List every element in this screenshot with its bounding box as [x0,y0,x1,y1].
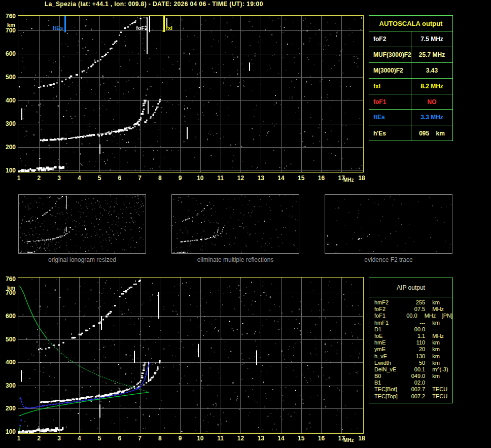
aip-row-unit [432,326,451,333]
y-tick-700-panel1: 700 [0,289,16,296]
aip-row-note: [PN] [442,313,452,319]
x-tick-3-panel1: 3 [53,435,65,442]
y-tick-100-panel1: 100 [0,428,16,435]
x-tick-16-panel1: 16 [315,435,327,442]
x-tick-14-panel0: 14 [275,175,287,182]
aip-row-unit: km [432,339,451,346]
aip-row-label: DelN_vE [374,366,408,373]
aip-row-B0: B0049.0km [374,373,452,380]
y-tick-700-panel0: 700 [0,27,16,34]
autoscala-row-value: NO [411,94,452,110]
autoscala-table-title: AUTOSCALA output [369,16,452,31]
aip-row-value: 00.0 [403,313,417,319]
aip-row-label: B0 [374,373,408,380]
aip-row-label: TEC[Top] [374,393,408,400]
x-tick-17-panel0: 17 [335,175,347,182]
autoscala-row-M3000F2: M(3000)F23.43 [369,63,452,79]
aip-row-value: 00.1 [408,366,426,373]
ionogram-panel-top [18,15,364,173]
aip-row-hmF1: hmF1---km [374,320,452,326]
aip-row-unit: MHz [425,313,441,319]
x-tick-9-panel0: 9 [174,175,186,182]
aip-row-value: 130 [408,353,426,360]
y-tick-400-panel1: 400 [0,359,16,366]
x-tick-7-panel0: 7 [134,175,146,182]
y-tick-600-panel1: 600 [0,313,16,320]
aip-row-unit: TECU [432,386,451,393]
marker-label-foF2: foF2 [130,25,148,31]
x-tick-13-panel1: 13 [255,435,267,442]
page-title: La_Spezia (lat: +44.1 , lon: 009.8) - DA… [45,1,263,8]
marker-label-ftEs: ftEs [46,25,63,31]
x-tick-16-panel0: 16 [315,175,327,182]
aip-row-unit: MHz [432,306,451,313]
autoscala-row-label: foF1 [369,94,411,110]
aip-row-value: 255 [408,299,426,306]
x-tick-10-panel1: 10 [194,435,206,442]
aip-row-foF2: foF207.5MHz [374,306,452,313]
y-tick-400-panel0: 400 [0,97,16,104]
aip-row-unit: TECU [432,393,451,400]
autoscala-row-fxI: fxI8.2 MHz [369,79,452,94]
x-tick-11-panel1: 11 [215,435,227,442]
aip-output-table: AIP output hmF2255kmfoF207.5MHzfoF100.0M… [369,278,453,403]
aip-row-label: h_vE [374,353,408,360]
aip-row-hmE: hmE110km [374,339,452,346]
x-tick-3-panel0: 3 [53,175,65,182]
aip-row-value: 00.0 [408,326,426,333]
x-tick-6-panel0: 6 [114,175,126,182]
x-tick-1-panel1: 1 [13,435,25,442]
x-tick-18-panel1: 18 [356,435,368,442]
thumbnail-canvas-evidence [325,195,452,253]
y-tick-200-panel1: 200 [0,405,16,412]
x-tick-1-panel0: 1 [13,175,25,182]
y-tick-200-panel0: 200 [0,144,16,151]
aip-row-value: 007.2 [408,393,426,400]
ionogram-canvas-bottom [18,277,364,434]
aip-row-ymE: ymE20km [374,346,452,353]
y-tick-500-panel0: 500 [0,74,16,81]
aip-row-label: ymE [374,346,408,353]
aip-row-label: hmF1 [374,320,408,326]
thumbnail-canvas-original [19,195,146,253]
aip-row-value: --- [408,320,426,326]
y-tick-300-panel0: 300 [0,120,16,127]
x-tick-13-panel0: 13 [255,175,267,182]
aip-row-unit: km [432,299,451,306]
thumbnail-caption-eliminate: eliminate multiple reflections [171,256,299,263]
aip-row-label: hmF2 [374,299,408,306]
aip-row-foF1: foF100.0MHz[PN] [374,313,452,319]
aip-row-foE: foE1.1MHz [374,333,452,339]
thumbnail-original-ionogram [18,194,146,254]
aip-row-unit: m^(-3) [432,366,451,373]
aip-row-unit: km [432,346,451,353]
thumbnail-evidence-f2 [325,194,452,254]
aip-row-label: D1 [374,326,408,333]
x-tick-2-panel1: 2 [33,435,45,442]
aip-row-hvE: h_vE130km [374,353,452,360]
autoscala-row-label: fxI [369,79,411,94]
autoscala-row-label: M(3000)F2 [369,63,411,78]
aip-row-DelNvE: DelN_vE00.1m^(-3) [374,366,452,373]
aip-row-label: foE [374,333,408,339]
aip-table-title: AIP output [369,278,452,297]
thumbnail-caption-evidence: evidence F2 trace [325,256,452,263]
x-tick-5-panel1: 5 [93,435,106,442]
autoscala-output-table: AUTOSCALA output foF27.5 MHzMUF(3000)F22… [369,15,453,141]
aip-row-label: Ewidth [374,360,408,366]
marker-label-fxI: fxI [166,25,183,31]
aip-row-value: 07.5 [408,306,426,313]
aip-row-value: 1.1 [408,333,426,339]
aip-row-label: foF2 [374,306,408,313]
x-tick-2-panel0: 2 [33,175,45,182]
y-tick-760-panel0: 760 [0,13,16,20]
aip-row-unit: km [432,320,451,326]
x-tick-7-panel1: 7 [134,435,146,442]
aip-row-value: 002.7 [408,386,426,393]
aip-row-label: TEC[Bot] [374,386,408,393]
autoscala-row-label: MUF(3000)F2 [369,47,411,62]
aip-row-value: 20 [408,346,426,353]
ionogram-canvas-top [18,15,364,173]
y-tick-760-panel1: 760 [0,275,16,283]
x-tick-15-panel0: 15 [295,175,307,182]
